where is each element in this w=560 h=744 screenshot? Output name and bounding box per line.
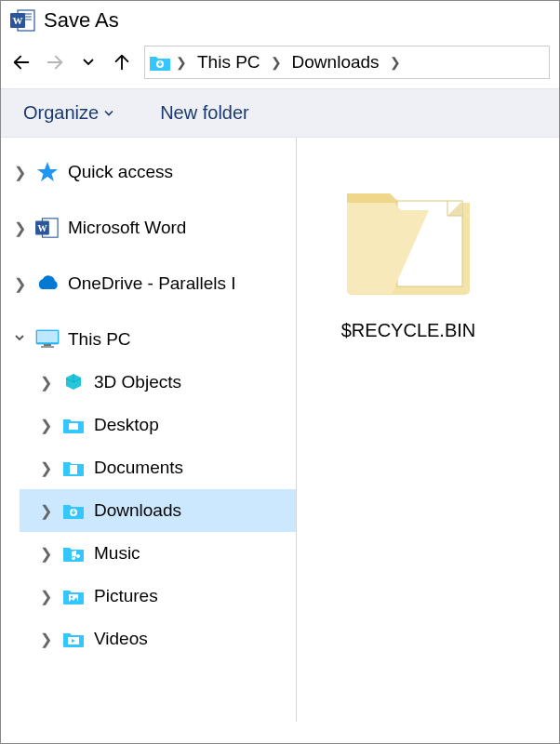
tree-label: Music — [94, 543, 140, 564]
folder-icon — [60, 585, 87, 607]
nav-up-button[interactable] — [111, 51, 133, 73]
tree-label: Videos — [94, 629, 148, 649]
chevron-right-icon: ❯ — [38, 588, 53, 605]
tree-item-3d-objects[interactable]: ❯ 3D Objects — [20, 361, 296, 404]
tree-label: Documents — [94, 458, 183, 478]
nav-recent-dropdown[interactable] — [77, 51, 100, 73]
chevron-right-icon: ❯ — [38, 374, 53, 392]
folder-item-recycle[interactable]: $RECYCLE.BIN — [315, 166, 501, 341]
chevron-right-icon: ❯ — [38, 417, 53, 434]
nav-row: ❯ This PC ❯ Downloads ❯ — [1, 40, 559, 88]
tree-item-pictures[interactable]: ❯ Pictures — [20, 575, 296, 618]
titlebar: W Save As — [1, 1, 559, 40]
newfolder-button[interactable]: New folder — [160, 102, 249, 124]
cube-icon — [60, 371, 87, 393]
tree-label: Downloads — [94, 500, 181, 521]
downloads-icon — [149, 53, 171, 72]
cloud-icon — [34, 272, 60, 295]
tree-item-this-pc[interactable]: This PC — [1, 318, 296, 361]
nav-back-button[interactable] — [10, 51, 33, 73]
tree-label: This PC — [68, 329, 131, 350]
breadcrumb-chevron-icon[interactable]: ❯ — [173, 55, 190, 70]
chevron-down-icon — [104, 110, 113, 117]
tree-item-videos[interactable]: ❯ Videos — [20, 618, 296, 660]
tree-item-ms-word[interactable]: ❯ W Microsoft Word — [1, 206, 296, 249]
chevron-right-icon: ❯ — [38, 459, 53, 477]
folder-icon — [60, 414, 87, 436]
tree-label: Quick access — [68, 162, 173, 182]
chevron-right-icon: ❯ — [38, 631, 53, 648]
tree-label: 3D Objects — [94, 372, 181, 392]
tree-children-this-pc: ❯ 3D Objects ❯ Desktop ❯ Documents — [1, 361, 296, 660]
svg-rect-15 — [70, 465, 77, 474]
svg-text:W: W — [13, 15, 23, 26]
svg-rect-12 — [44, 344, 51, 346]
downloads-icon — [60, 499, 87, 522]
breadcrumb-chevron-icon[interactable]: ❯ — [387, 55, 404, 70]
tree-pane: ❯ Quick access ❯ W Microsoft Word ❯ — [1, 138, 297, 722]
folder-icon — [334, 166, 483, 305]
tree-item-quick-access[interactable]: ❯ Quick access — [1, 151, 296, 193]
tree-label: Desktop — [94, 415, 159, 435]
svg-rect-13 — [41, 346, 54, 348]
organize-label: Organize — [23, 102, 99, 124]
organize-menu[interactable]: Organize — [23, 102, 113, 124]
body-split: ❯ Quick access ❯ W Microsoft Word ❯ — [1, 138, 559, 722]
tree-label: OneDrive - Parallels I — [68, 273, 236, 294]
folder-icon — [60, 628, 87, 650]
word-icon: W — [10, 8, 36, 33]
breadcrumb-this-pc[interactable]: This PC — [192, 52, 266, 73]
newfolder-label: New folder — [160, 102, 249, 123]
word-icon: W — [34, 217, 60, 239]
tree-item-downloads[interactable]: ❯ Downloads — [20, 489, 296, 532]
chevron-right-icon: ❯ — [38, 502, 53, 520]
tree-item-documents[interactable]: ❯ Documents — [20, 446, 296, 489]
toolbar: Organize New folder — [1, 88, 559, 138]
tree-item-onedrive[interactable]: ❯ OneDrive - Parallels I — [1, 262, 296, 305]
chevron-right-icon: ❯ — [12, 164, 27, 181]
svg-text:W: W — [37, 223, 47, 233]
content-pane[interactable]: $RECYCLE.BIN — [297, 138, 559, 722]
folder-icon — [60, 457, 87, 479]
breadcrumb-chevron-icon[interactable]: ❯ — [268, 55, 285, 70]
chevron-right-icon: ❯ — [12, 275, 27, 293]
monitor-icon — [34, 328, 60, 351]
chevron-right-icon: ❯ — [12, 219, 27, 237]
svg-rect-11 — [37, 331, 58, 342]
tree-label: Pictures — [94, 586, 158, 606]
breadcrumb-downloads[interactable]: Downloads — [287, 52, 385, 73]
tree-item-music[interactable]: ❯ Music — [20, 532, 296, 575]
svg-point-18 — [71, 596, 73, 598]
window-title: Save As — [44, 8, 119, 33]
nav-forward-button[interactable] — [44, 51, 66, 73]
address-bar[interactable]: ❯ This PC ❯ Downloads ❯ — [144, 46, 550, 79]
svg-rect-14 — [69, 423, 78, 430]
tree-item-desktop[interactable]: ❯ Desktop — [20, 404, 296, 446]
folder-label: $RECYCLE.BIN — [341, 320, 476, 341]
chevron-right-icon: ❯ — [38, 545, 53, 563]
star-icon — [34, 161, 60, 183]
chevron-down-icon — [12, 331, 27, 348]
tree-label: Microsoft Word — [68, 218, 186, 238]
folder-icon — [60, 542, 87, 565]
